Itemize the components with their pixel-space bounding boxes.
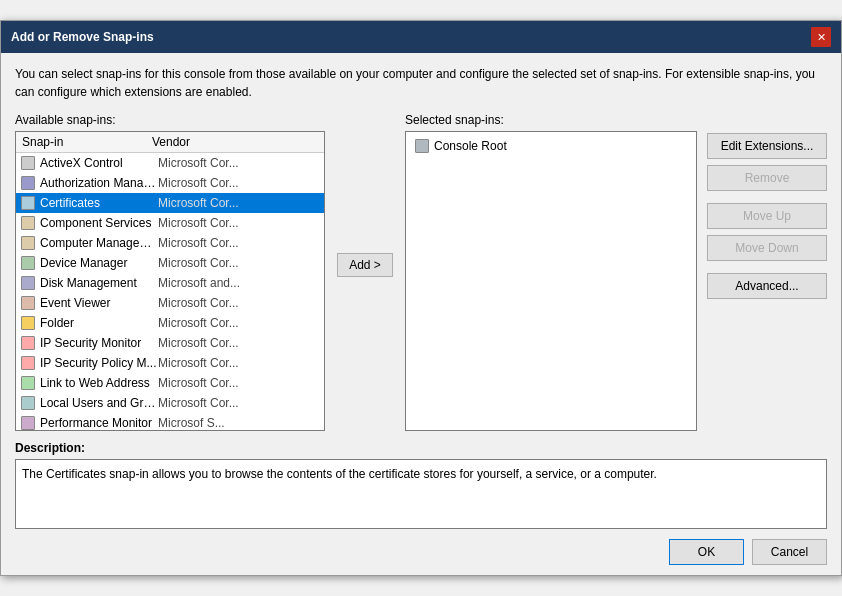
dialog-title: Add or Remove Snap-ins [11, 30, 154, 44]
available-list-item[interactable]: Disk Management Microsoft and... [16, 273, 324, 293]
available-list-item[interactable]: Authorization Manager Microsoft Cor... [16, 173, 324, 193]
available-panel: Available snap-ins: Snap-in Vendor Activ… [15, 113, 325, 431]
close-button[interactable]: ✕ [811, 27, 831, 47]
item-name: Authorization Manager [40, 176, 158, 190]
intro-text: You can select snap-ins for this console… [15, 65, 827, 101]
item-vendor: Microsoft Cor... [158, 356, 320, 370]
item-name: Event Viewer [40, 296, 158, 310]
folder-icon [20, 315, 36, 331]
item-vendor: Microsoft and... [158, 276, 320, 290]
item-vendor: Microsoft Cor... [158, 196, 320, 210]
item-name: Disk Management [40, 276, 158, 290]
comp-icon [20, 215, 36, 231]
selected-snapins-list[interactable]: Console Root [405, 131, 697, 431]
item-vendor: Microsoft Cor... [158, 296, 320, 310]
comp-icon [20, 235, 36, 251]
dialog-body: You can select snap-ins for this console… [1, 53, 841, 575]
item-vendor: Microsoft Cor... [158, 256, 320, 270]
available-list-item[interactable]: Link to Web Address Microsoft Cor... [16, 373, 324, 393]
edit-extensions-button[interactable]: Edit Extensions... [707, 133, 827, 159]
advanced-button[interactable]: Advanced... [707, 273, 827, 299]
item-vendor: Microsoft Cor... [158, 376, 320, 390]
item-name: Performance Monitor [40, 416, 158, 430]
item-name: Component Services [40, 216, 158, 230]
available-list-item[interactable]: Device Manager Microsoft Cor... [16, 253, 324, 273]
item-name: ActiveX Control [40, 156, 158, 170]
item-name: Console Root [434, 139, 688, 153]
remove-button[interactable]: Remove [707, 165, 827, 191]
available-list-item[interactable]: IP Security Policy M... Microsoft Cor... [16, 353, 324, 373]
available-snapins-list[interactable]: Snap-in Vendor ActiveX Control Microsoft… [15, 131, 325, 431]
perf-icon [20, 415, 36, 431]
users-icon [20, 395, 36, 411]
item-name: Link to Web Address [40, 376, 158, 390]
vendor-col-header: Vendor [150, 134, 320, 150]
ip-icon [20, 355, 36, 371]
middle-panel: Add > [335, 113, 395, 277]
add-remove-snapins-dialog: Add or Remove Snap-ins ✕ You can select … [0, 20, 842, 576]
item-name: Device Manager [40, 256, 158, 270]
ip-icon [20, 335, 36, 351]
available-list-item[interactable]: Event Viewer Microsoft Cor... [16, 293, 324, 313]
item-vendor: Microsoft Cor... [158, 236, 320, 250]
move-up-button[interactable]: Move Up [707, 203, 827, 229]
event-icon [20, 295, 36, 311]
link-icon [20, 375, 36, 391]
description-section: Description: The Certificates snap-in al… [15, 441, 827, 529]
console-icon [414, 138, 430, 154]
available-list-item[interactable]: Folder Microsoft Cor... [16, 313, 324, 333]
item-name: Computer Managem... [40, 236, 158, 250]
ok-button[interactable]: OK [669, 539, 744, 565]
item-vendor: Microsoft Cor... [158, 156, 320, 170]
main-area: Available snap-ins: Snap-in Vendor Activ… [15, 113, 827, 431]
available-list-item[interactable]: Certificates Microsoft Cor... [16, 193, 324, 213]
item-name: IP Security Monitor [40, 336, 158, 350]
footer-buttons: OK Cancel [15, 539, 827, 565]
selected-panel: Selected snap-ins: Console Root [405, 113, 697, 431]
item-vendor: Microsoft Cor... [158, 176, 320, 190]
add-button[interactable]: Add > [337, 253, 393, 277]
item-name: Certificates [40, 196, 158, 210]
activex-icon [20, 155, 36, 171]
available-list-item[interactable]: Computer Managem... Microsoft Cor... [16, 233, 324, 253]
snap-in-col-header: Snap-in [20, 134, 150, 150]
selected-label: Selected snap-ins: [405, 113, 697, 127]
selected-list-item[interactable]: Console Root [410, 136, 692, 156]
item-vendor: Microsoft Cor... [158, 216, 320, 230]
item-vendor: Microsoft Cor... [158, 396, 320, 410]
available-list-item[interactable]: Component Services Microsoft Cor... [16, 213, 324, 233]
available-list-header: Snap-in Vendor [16, 132, 324, 153]
move-down-button[interactable]: Move Down [707, 235, 827, 261]
action-buttons-panel: Edit Extensions... Remove Move Up Move D… [707, 113, 827, 299]
description-text: The Certificates snap-in allows you to b… [15, 459, 827, 529]
item-name: Folder [40, 316, 158, 330]
available-list-item[interactable]: Local Users and Gro... Microsoft Cor... [16, 393, 324, 413]
item-vendor: Microsoft Cor... [158, 336, 320, 350]
cert-icon [20, 195, 36, 211]
disk-icon [20, 275, 36, 291]
available-list-item[interactable]: IP Security Monitor Microsoft Cor... [16, 333, 324, 353]
available-list-item[interactable]: Performance Monitor Microsof S... [16, 413, 324, 431]
description-label: Description: [15, 441, 827, 455]
available-label: Available snap-ins: [15, 113, 325, 127]
item-vendor: Microsof S... [158, 416, 320, 430]
title-bar: Add or Remove Snap-ins ✕ [1, 21, 841, 53]
available-list-item[interactable]: ActiveX Control Microsoft Cor... [16, 153, 324, 173]
item-name: Local Users and Gro... [40, 396, 158, 410]
dev-icon [20, 255, 36, 271]
cancel-button[interactable]: Cancel [752, 539, 827, 565]
item-name: IP Security Policy M... [40, 356, 158, 370]
item-vendor: Microsoft Cor... [158, 316, 320, 330]
auth-icon [20, 175, 36, 191]
